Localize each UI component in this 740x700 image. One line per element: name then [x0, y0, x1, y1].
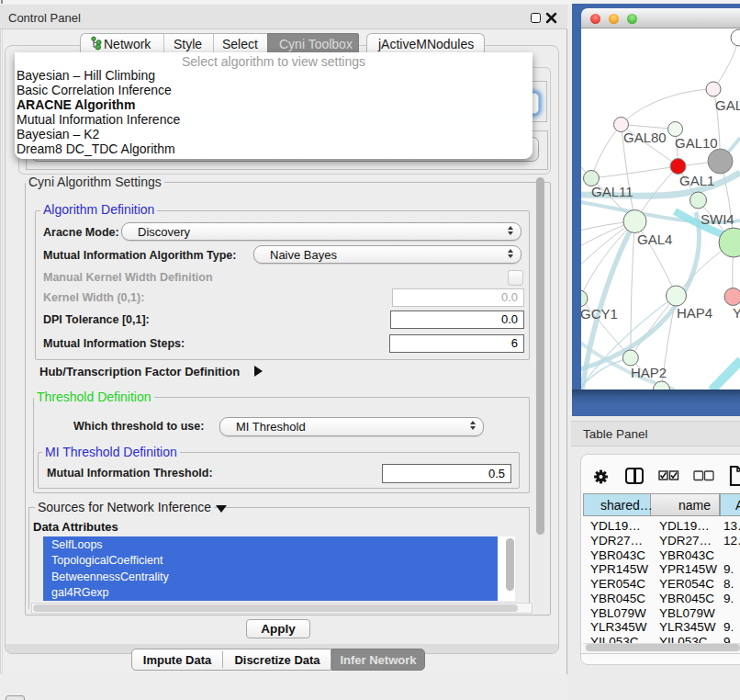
svg-text:GAL80: GAL80 — [623, 130, 667, 145]
svg-text:HAP2: HAP2 — [631, 365, 667, 380]
svg-text:GAL10: GAL10 — [675, 135, 718, 151]
svg-text:YD: YD — [733, 305, 740, 321]
svg-text:GAL7: GAL7 — [715, 97, 740, 113]
svg-text:GAL1: GAL1 — [679, 173, 714, 188]
svg-text:GCY1: GCY1 — [581, 306, 618, 322]
svg-text:HAP4: HAP4 — [677, 305, 712, 321]
svg-text:GAL4: GAL4 — [637, 231, 672, 247]
svg-text:SWI4: SWI4 — [701, 211, 734, 227]
svg-text:GAL11: GAL11 — [591, 184, 633, 199]
